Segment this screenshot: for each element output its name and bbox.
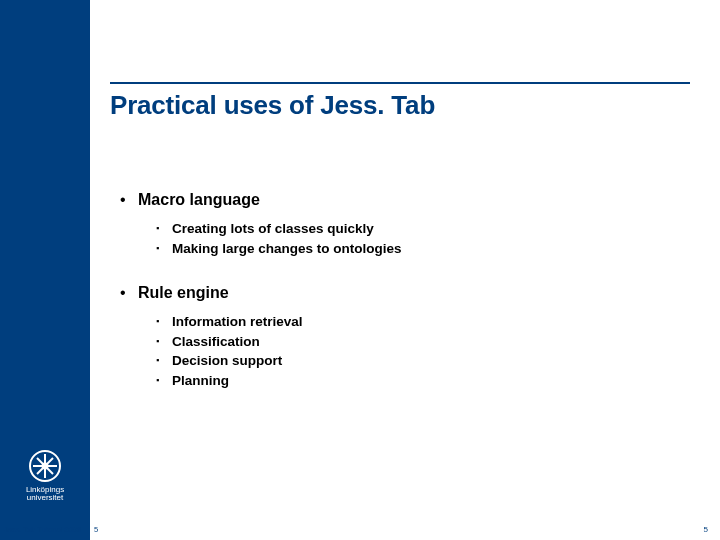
bullet-label: Rule engine bbox=[138, 284, 229, 302]
slide: Linköpings universitet Practical uses of… bbox=[0, 0, 720, 540]
bullet-dot-icon: • bbox=[120, 284, 138, 302]
bullet-label: Macro language bbox=[138, 191, 260, 209]
bullet-level2: ▪ Making large changes to ontologies bbox=[156, 239, 670, 259]
footer-slide-number-right: 5 bbox=[704, 525, 708, 534]
bullet-square-icon: ▪ bbox=[156, 219, 172, 235]
bullet-text: Making large changes to ontologies bbox=[172, 239, 402, 259]
sidebar: Linköpings universitet bbox=[0, 0, 90, 540]
title-rule bbox=[110, 82, 690, 84]
university-logo-block: Linköpings universitet bbox=[8, 448, 82, 502]
bullet-square-icon: ▪ bbox=[156, 371, 172, 387]
bullet-level2: ▪ Planning bbox=[156, 371, 670, 391]
sublist: ▪ Information retrieval ▪ Classification… bbox=[156, 312, 670, 390]
footer-slide-number-left: 5 bbox=[94, 525, 98, 534]
bullet-level1: • Macro language bbox=[120, 191, 670, 209]
bullet-text: Information retrieval bbox=[172, 312, 303, 332]
bullet-text: Creating lots of classes quickly bbox=[172, 219, 374, 239]
bullet-level2: ▪ Classification bbox=[156, 332, 670, 352]
bullet-level2: ▪ Decision support bbox=[156, 351, 670, 371]
bullet-text: Planning bbox=[172, 371, 229, 391]
slide-title: Practical uses of Jess. Tab bbox=[110, 90, 720, 121]
bullet-square-icon: ▪ bbox=[156, 312, 172, 328]
title-block: Practical uses of Jess. Tab bbox=[110, 0, 720, 121]
seal-icon bbox=[27, 448, 63, 484]
bullet-level1: • Rule engine bbox=[120, 284, 670, 302]
bullet-square-icon: ▪ bbox=[156, 332, 172, 348]
sublist: ▪ Creating lots of classes quickly ▪ Mak… bbox=[156, 219, 670, 258]
bullet-square-icon: ▪ bbox=[156, 351, 172, 367]
bullet-dot-icon: • bbox=[120, 191, 138, 209]
bullet-text: Classification bbox=[172, 332, 260, 352]
university-name: Linköpings universitet bbox=[8, 486, 82, 502]
bullet-square-icon: ▪ bbox=[156, 239, 172, 255]
body: • Macro language ▪ Creating lots of clas… bbox=[110, 121, 670, 390]
bullet-level2: ▪ Information retrieval bbox=[156, 312, 670, 332]
footer-source: Jess. Tab Tutorial 2006 bbox=[4, 525, 81, 534]
content-area: Practical uses of Jess. Tab • Macro lang… bbox=[110, 0, 720, 540]
bullet-text: Decision support bbox=[172, 351, 282, 371]
bullet-level2: ▪ Creating lots of classes quickly bbox=[156, 219, 670, 239]
svg-point-1 bbox=[42, 463, 49, 470]
